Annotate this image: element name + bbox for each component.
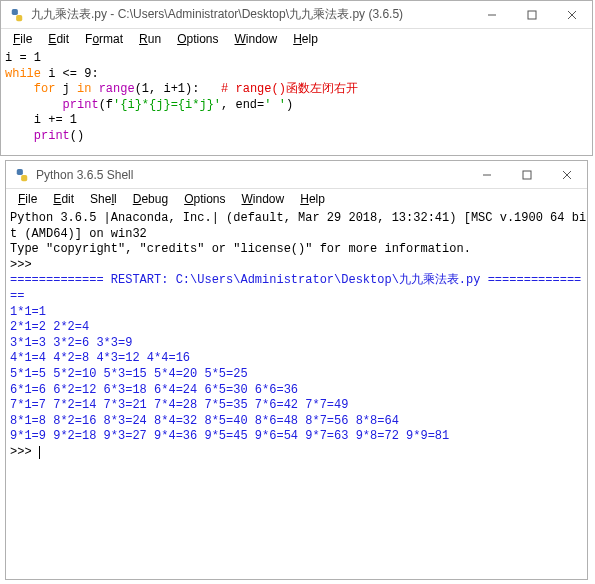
menu-file[interactable]: File [10, 190, 45, 208]
menu-window[interactable]: Window [234, 190, 293, 208]
menu-run[interactable]: Run [131, 30, 169, 48]
editor-window: 九九乘法表.py - C:\Users\Administrator\Deskto… [0, 0, 593, 156]
svg-rect-7 [21, 175, 27, 181]
menu-file[interactable]: File [5, 30, 40, 48]
menu-debug[interactable]: Debug [125, 190, 176, 208]
output-line: 3*1=3 3*2=6 3*3=9 [10, 336, 140, 350]
minimize-button[interactable] [472, 1, 512, 29]
shell-window: Python 3.6.5 Shell File Edit Shell Debug… [5, 160, 588, 580]
shell-title: Python 3.6.5 Shell [36, 168, 467, 182]
editor-titlebar[interactable]: 九九乘法表.py - C:\Users\Administrator\Deskto… [1, 1, 592, 29]
maximize-button[interactable] [512, 1, 552, 29]
menu-window[interactable]: Window [227, 30, 286, 48]
svg-rect-3 [528, 11, 536, 19]
editor-code-area[interactable]: i = 1 while i <= 9: for j in range(1, i+… [1, 49, 592, 147]
close-button[interactable] [552, 1, 592, 29]
menu-help[interactable]: Help [292, 190, 333, 208]
menu-options[interactable]: Options [169, 30, 226, 48]
editor-title: 九九乘法表.py - C:\Users\Administrator\Deskto… [31, 6, 472, 23]
minimize-button[interactable] [467, 161, 507, 189]
python-icon [14, 167, 30, 183]
output-line: 2*1=2 2*2=4 [10, 320, 96, 334]
output-line: 6*1=6 6*2=12 6*3=18 6*4=24 6*5=30 6*6=36 [10, 383, 305, 397]
editor-window-controls [472, 1, 592, 29]
shell-prompt: >>> [10, 258, 39, 272]
output-line: 5*1=5 5*2=10 5*3=15 5*4=20 5*5=25 [10, 367, 255, 381]
shell-output-area[interactable]: Python 3.6.5 |Anaconda, Inc.| (default, … [6, 209, 587, 463]
close-button[interactable] [547, 161, 587, 189]
menu-shell[interactable]: Shell [82, 190, 125, 208]
python-file-icon [9, 7, 25, 23]
svg-rect-9 [523, 171, 531, 179]
shell-prompt: >>> [10, 445, 39, 459]
output-line: 8*1=8 8*2=16 8*3=24 8*4=32 8*5=40 8*6=48… [10, 414, 406, 428]
svg-rect-6 [17, 168, 23, 174]
shell-banner: Python 3.6.5 |Anaconda, Inc.| (default, … [10, 211, 586, 225]
svg-rect-1 [16, 15, 22, 21]
menu-edit[interactable]: Edit [40, 30, 77, 48]
menu-edit[interactable]: Edit [45, 190, 82, 208]
shell-titlebar[interactable]: Python 3.6.5 Shell [6, 161, 587, 189]
svg-rect-0 [12, 8, 18, 14]
output-line: 4*1=4 4*2=8 4*3=12 4*4=16 [10, 351, 197, 365]
restart-line: ============= RESTART: C:\Users\Administ… [10, 273, 581, 287]
menu-format[interactable]: Format [77, 30, 131, 48]
maximize-button[interactable] [507, 161, 547, 189]
shell-window-controls [467, 161, 587, 189]
output-line: 7*1=7 7*2=14 7*3=21 7*4=28 7*5=35 7*6=42… [10, 398, 356, 412]
output-line: 9*1=9 9*2=18 9*3=27 9*4=36 9*5=45 9*6=54… [10, 429, 456, 443]
shell-menubar: File Edit Shell Debug Options Window Hel… [6, 189, 587, 209]
menu-help[interactable]: Help [285, 30, 326, 48]
editor-menubar: File Edit Format Run Options Window Help [1, 29, 592, 49]
menu-options[interactable]: Options [176, 190, 233, 208]
output-line: 1*1=1 [10, 305, 53, 319]
text-cursor [39, 446, 40, 459]
